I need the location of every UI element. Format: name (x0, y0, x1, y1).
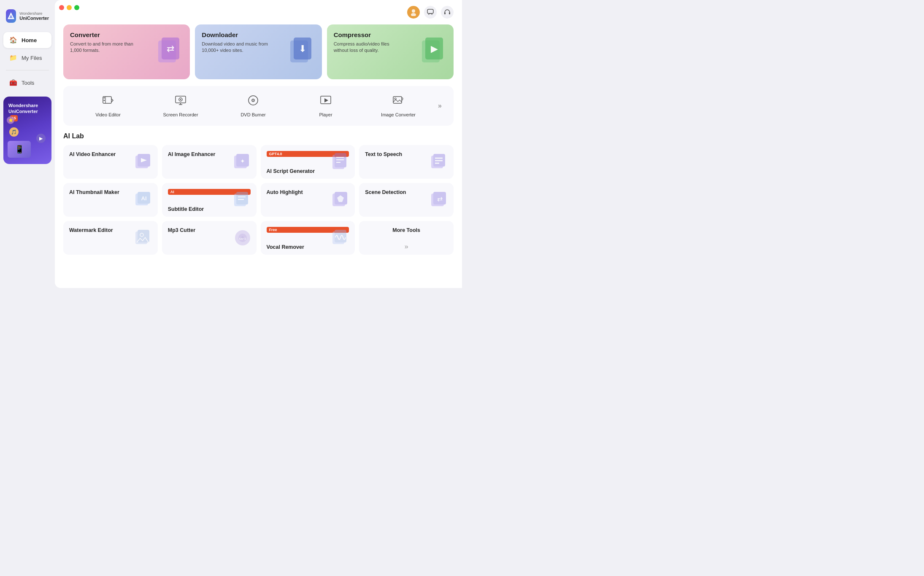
dvd-burner-icon (247, 94, 259, 109)
converter-card[interactable]: Converter Convert to and from more than … (63, 24, 190, 79)
svg-point-3 (411, 13, 416, 16)
ai-card-watermark-editor[interactable]: Watermark Editor (63, 221, 158, 255)
svg-rect-5 (444, 12, 446, 14)
ai-card-auto-highlight[interactable]: Auto Highlight (261, 183, 355, 217)
chat-icon-btn[interactable] (424, 6, 437, 19)
subtitle-editor-icon (232, 189, 253, 214)
logo-icon (6, 9, 16, 23)
text-to-speech-icon (429, 151, 450, 176)
ai-lab-grid: AI Video Enhancer AI Image Enhancer ✦ (63, 145, 454, 255)
svg-text:MP3: MP3 (239, 237, 246, 241)
tool-screen-recorder[interactable]: Screen Recorder (144, 93, 217, 119)
ai-card-mp3-cutter[interactable]: Mp3 Cutter MP3 (162, 221, 257, 255)
ai-card-script-generator[interactable]: GPT4.0 AI Script Generator (261, 145, 355, 179)
mp3-cutter-icon: MP3 (232, 227, 253, 252)
logo-brand: Wondershare (19, 11, 49, 16)
downloader-desc: Download video and music from 10,000+ vi… (202, 41, 270, 54)
feature-cards: Converter Convert to and from more than … (63, 24, 454, 79)
svg-text:⇄: ⇄ (437, 195, 443, 202)
svg-rect-30 (393, 97, 402, 103)
nav-label-home: Home (22, 37, 37, 43)
deco-play: ▶ (36, 134, 46, 143)
auto-highlight-title: Auto Highlight (267, 189, 320, 196)
mp3-cutter-title: Mp3 Cutter (168, 227, 222, 234)
svg-text:▶: ▶ (431, 43, 438, 54)
tool-dvd-burner[interactable]: DVD Burner (217, 93, 289, 119)
nav-divider (6, 70, 49, 70)
ai-card-more-tools[interactable]: More Tools » (359, 221, 454, 255)
svg-rect-67 (335, 230, 346, 242)
converter-desc: Convert to and from more than 1,000 form… (70, 41, 138, 54)
svg-rect-51 (236, 192, 248, 205)
ai-card-scene-detection[interactable]: Scene Detection ⇄ (359, 183, 454, 217)
traffic-light-minimize[interactable] (67, 5, 72, 10)
headset-icon-btn[interactable] (441, 6, 454, 19)
nav-label-tools: Tools (22, 80, 34, 86)
player-label: Player (319, 112, 332, 117)
watermark-editor-icon (133, 227, 154, 252)
compressor-desc: Compress audio/video files without loss … (334, 41, 402, 54)
compressor-card[interactable]: Compressor Compress audio/video files wi… (327, 24, 454, 79)
ai-card-text-to-speech[interactable]: Text to Speech (359, 145, 454, 179)
scene-detection-icon: ⇄ (429, 189, 450, 214)
nav-label-myfiles: My Files (22, 55, 42, 61)
ai-card-image-enhancer[interactable]: AI Image Enhancer ✦ (162, 145, 257, 179)
nav-item-home[interactable]: 🏠 Home (3, 32, 51, 48)
nav-item-myfiles[interactable]: 📁 My Files (3, 50, 51, 66)
top-bar (63, 6, 454, 19)
svg-marker-29 (324, 98, 328, 102)
ai-card-thumbnail-maker[interactable]: AI Thumbnail Maker AI (63, 183, 158, 217)
image-converter-icon (392, 94, 404, 109)
tool-player[interactable]: Player (289, 93, 362, 119)
home-icon: 🏠 (9, 36, 17, 44)
tool-image-converter[interactable]: Image Converter (362, 93, 435, 119)
promo-card[interactable]: Wondershare UniConverter 15 🎵 ⭐ ▶ 📱 (3, 97, 51, 164)
ai-video-enhancer-icon (133, 151, 154, 176)
tools-icon: 🧰 (9, 79, 17, 86)
nav-item-tools[interactable]: 🧰 Tools (3, 75, 51, 91)
promo-title: Wondershare UniConverter 15 (8, 102, 46, 121)
svg-point-22 (180, 99, 181, 100)
vocal-remover-icon (330, 227, 351, 252)
screen-recorder-label: Screen Recorder (163, 112, 198, 117)
svg-point-27 (253, 100, 254, 101)
ai-script-generator-title: AI Script Generator (267, 168, 320, 175)
subtitle-editor-title: Subtitle Editor (168, 206, 222, 213)
logo-area: Wondershare UniConverter (0, 4, 55, 31)
ai-thumbnail-maker-icon: AI (133, 189, 154, 214)
user-avatar[interactable] (407, 6, 420, 19)
compressor-icon: ▶ (418, 34, 449, 75)
downloader-card[interactable]: Downloader Download video and music from… (195, 24, 322, 79)
ai-card-video-enhancer[interactable]: AI Video Enhancer (63, 145, 158, 179)
svg-text:AI: AI (141, 195, 146, 202)
ai-script-generator-icon (330, 151, 351, 176)
traffic-light-maximize[interactable] (74, 5, 79, 10)
image-converter-label: Image Converter (381, 112, 416, 117)
ai-lab-title: AI Lab (63, 132, 454, 140)
deco-box: 📱 (8, 141, 31, 158)
ai-image-enhancer-icon: ✦ (232, 151, 253, 176)
screen-recorder-icon (175, 94, 186, 109)
dvd-burner-label: DVD Burner (240, 112, 265, 117)
ai-thumbnail-maker-title: AI Thumbnail Maker (69, 189, 123, 196)
tool-video-editor[interactable]: Video Editor (72, 93, 144, 119)
svg-rect-4 (427, 9, 433, 13)
player-icon (320, 94, 332, 109)
svg-point-19 (104, 100, 105, 101)
svg-text:⬇: ⬇ (299, 43, 306, 54)
svg-point-18 (104, 97, 105, 99)
ai-video-enhancer-title: AI Video Enhancer (69, 151, 123, 158)
ai-card-vocal-remover[interactable]: Free Vocal Remover (261, 221, 355, 255)
video-editor-icon (102, 94, 114, 109)
promo-version-badge: 15 (10, 115, 18, 122)
logo-product: UniConverter (19, 16, 49, 21)
downloader-icon: ⬇ (286, 34, 318, 75)
svg-point-31 (394, 98, 396, 100)
tools-more-arrow[interactable]: » (435, 102, 445, 110)
ai-card-subtitle-editor[interactable]: AI Subtitle Editor (162, 183, 257, 217)
traffic-light-close[interactable] (59, 5, 64, 10)
tools-row: Video Editor Screen Recorder (63, 86, 454, 126)
text-to-speech-title: Text to Speech (365, 151, 419, 158)
ai-image-enhancer-title: AI Image Enhancer (168, 151, 222, 158)
main-content: Converter Convert to and from more than … (55, 0, 462, 288)
